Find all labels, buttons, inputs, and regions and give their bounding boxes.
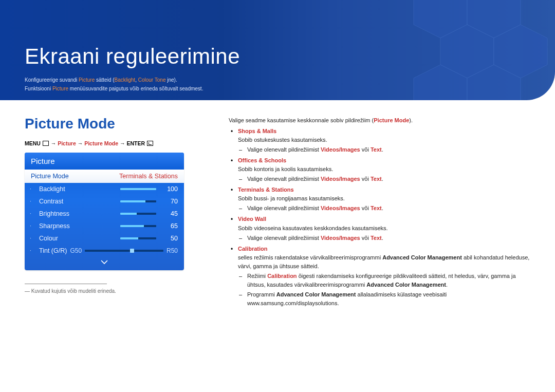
intro-line-2: Funktsiooni Picture menüüsuvandite paigu… <box>25 86 203 91</box>
slider-value: 70 <box>159 198 178 205</box>
chevron-down-icon <box>101 259 108 265</box>
page: Ekraani reguleerimine Konfigureerige suv… <box>0 0 555 392</box>
mode-name: Terminals & Stations <box>238 185 532 194</box>
mode-desc: Sobib kontoris ja koolis kasutamiseks. <box>238 165 532 174</box>
slider-label: Brightness <box>39 210 117 217</box>
mode-item: Offices & SchoolsSobib kontoris ja kooli… <box>229 156 532 183</box>
bullet-icon: · <box>30 248 36 253</box>
mode-item: Terminals & StationsSobib bussi- ja rong… <box>229 185 532 213</box>
mode-name: Shops & Malls <box>238 127 532 136</box>
panel-title: Picture <box>25 153 184 170</box>
mode-item: Calibrationselles režiimis rakendatakse … <box>229 245 532 308</box>
tint-left-value: G50 <box>70 247 82 254</box>
slider-track[interactable] <box>120 213 156 215</box>
mode-name: Calibration <box>238 245 532 253</box>
mode-sub-item: Valige olenevalt pildirežiimist Videos/I… <box>238 145 532 154</box>
mode-name: Offices & Schools <box>238 156 532 165</box>
panel-mode-label: Picture Mode <box>31 173 69 180</box>
mode-desc: Sobib videoseina kasutavates keskkondade… <box>238 224 532 233</box>
slider-track[interactable] <box>120 200 156 202</box>
mode-desc: selles režiimis rakendatakse värvikalibr… <box>238 253 532 271</box>
mode-desc: Sobib ostukeskustes kasutamiseks. <box>238 136 532 144</box>
bullet-icon: · <box>30 199 36 204</box>
enter-icon <box>147 141 153 146</box>
hero-pattern-icon <box>385 0 555 100</box>
slider-row-contrast[interactable]: ·Contrast70 <box>25 195 184 208</box>
page-title: Ekraani reguleerimine <box>25 44 240 69</box>
lead-text: Valige seadme kasutamise keskkonnale sob… <box>229 116 532 125</box>
slider-value: 50 <box>159 235 178 242</box>
footnote-divider <box>25 284 107 284</box>
slider-row-brightness[interactable]: ·Brightness45 <box>25 208 184 220</box>
picture-osd-panel: Picture Picture Mode Terminals & Station… <box>25 153 184 270</box>
mode-sub-item: Valige olenevalt pildirežiimist Videos/I… <box>238 234 532 242</box>
mode-sub-item: Valige olenevalt pildirežiimist Videos/I… <box>238 175 532 183</box>
bullet-icon: · <box>30 223 36 229</box>
mode-item: Video WallSobib videoseina kasutavates k… <box>229 215 532 242</box>
menu-icon <box>43 141 49 146</box>
slider-value: 45 <box>159 210 178 217</box>
slider-track[interactable] <box>120 237 156 239</box>
slider-track[interactable] <box>120 225 156 227</box>
mode-item: Shops & MallsSobib ostukeskustes kasutam… <box>229 127 532 154</box>
bullet-icon: · <box>30 186 36 192</box>
intro-line-1: Konfigureerige suvandi Picture sätteid (… <box>25 77 177 83</box>
description-column: Valige seadme kasutamise keskkonnale sob… <box>229 116 532 310</box>
slider-label: Backlight <box>39 185 117 193</box>
slider-label: Contrast <box>39 198 117 205</box>
panel-scroll-down[interactable] <box>25 257 184 270</box>
slider-track[interactable] <box>120 188 156 190</box>
slider-row-tint[interactable]: · Tint (G/R) G50 R50 <box>25 245 184 257</box>
hero-banner: Ekraani reguleerimine Konfigureerige suv… <box>0 0 555 100</box>
mode-name: Video Wall <box>238 215 532 223</box>
panel-mode-value: Terminals & Stations <box>119 173 178 180</box>
slider-row-sharpness[interactable]: ·Sharpness65 <box>25 220 184 232</box>
tint-knob[interactable] <box>130 249 134 253</box>
mode-sub-item: Valige olenevalt pildirežiimist Videos/I… <box>238 204 532 213</box>
slider-row-backlight[interactable]: ·Backlight100 <box>25 183 184 195</box>
slider-label: Sharpness <box>39 222 117 230</box>
mode-desc: Sobib bussi- ja rongijaamas kasutamiseks… <box>238 194 532 203</box>
slider-label: Colour <box>39 235 117 242</box>
slider-value: 65 <box>159 222 178 230</box>
panel-mode-row[interactable]: Picture Mode Terminals & Stations <box>25 170 184 183</box>
bullet-icon: · <box>30 236 36 241</box>
tint-slider[interactable] <box>85 250 163 252</box>
slider-row-colour[interactable]: ·Colour50 <box>25 232 184 245</box>
slider-value: 100 <box>159 185 178 193</box>
mode-sub-item: Programmi Advanced Color Management alla… <box>238 290 532 308</box>
bullet-icon: · <box>30 211 36 216</box>
mode-sub-item: Režiimi Calibration õigesti rakendamisek… <box>238 272 532 289</box>
tint-right-value: R50 <box>166 247 178 254</box>
slider-label: Tint (G/R) <box>39 247 67 254</box>
